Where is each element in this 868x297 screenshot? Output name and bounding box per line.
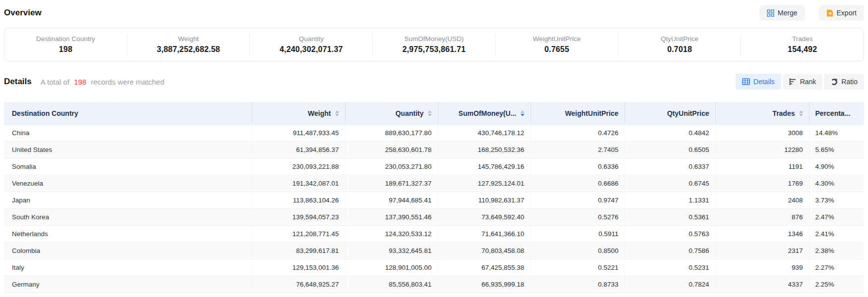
tab-details-label: Details bbox=[753, 78, 775, 86]
data-cell-trades: 2408 bbox=[715, 192, 809, 209]
country-cell: Germany bbox=[4, 276, 252, 293]
stat-qtyunitprice: QtyUnitPrice0.7018 bbox=[619, 33, 742, 56]
data-cell-percenta: 2.47% bbox=[809, 209, 864, 226]
details-table: Destination CountryWeightQuantitySumOfMo… bbox=[4, 102, 864, 293]
data-cell-weight: 61,394,856.37 bbox=[252, 142, 345, 158]
data-cell-weight: 121,208,771.45 bbox=[252, 226, 345, 243]
data-cell-quantity: 137,390,551.46 bbox=[345, 209, 438, 226]
data-cell-percenta: 2.25% bbox=[809, 276, 864, 293]
details-title: Details bbox=[4, 77, 32, 87]
column-label: Percenta... bbox=[815, 109, 851, 117]
data-cell-weightunitprice: 0.8733 bbox=[530, 276, 625, 293]
data-cell-qtyunitprice: 0.5361 bbox=[625, 209, 715, 226]
stat-value: 2,975,753,861.71 bbox=[403, 45, 466, 54]
data-cell-trades: 1769 bbox=[715, 175, 809, 192]
data-cell-trades: 1346 bbox=[715, 226, 809, 243]
data-cell-percenta: 4.30% bbox=[809, 175, 864, 192]
column-header-weightunitprice: WeightUnitPrice bbox=[530, 102, 625, 125]
export-button[interactable]: Export bbox=[819, 5, 864, 21]
column-label: QtyUnitPrice bbox=[667, 109, 709, 117]
tab-rank-label: Rank bbox=[800, 78, 816, 86]
data-cell-sumofmoney-u: 110,982,631.37 bbox=[438, 192, 530, 209]
view-switcher: Details Rank Ratio bbox=[736, 74, 864, 90]
table-row-venezuela: Venezuela191,342,087.01189,671,327.37127… bbox=[4, 175, 864, 192]
data-cell-trades: 3008 bbox=[715, 125, 809, 142]
stat-value: 198 bbox=[59, 45, 72, 54]
column-label: SumOfMoney(U... bbox=[459, 109, 517, 117]
tab-ratio-label: Ratio bbox=[841, 78, 858, 86]
sort-carets-icon bbox=[428, 110, 432, 116]
data-cell-quantity: 93,332,645.81 bbox=[345, 243, 438, 259]
details-header-bar: Details A total of 198 records were matc… bbox=[4, 73, 864, 90]
data-cell-weightunitprice: 0.8500 bbox=[530, 243, 625, 259]
overview-title: Overview bbox=[4, 8, 42, 18]
data-cell-qtyunitprice: 1.1331 bbox=[625, 192, 715, 209]
country-cell: China bbox=[4, 125, 252, 142]
column-header-weight[interactable]: Weight bbox=[252, 102, 345, 125]
data-cell-weightunitprice: 0.6336 bbox=[530, 158, 625, 175]
export-button-label: Export bbox=[837, 9, 857, 17]
table-grid-icon bbox=[742, 78, 750, 85]
table-row-netherlands: Netherlands121,208,771.45124,320,533.127… bbox=[4, 226, 864, 243]
data-cell-qtyunitprice: 0.6745 bbox=[625, 175, 715, 192]
table-row-italy: Italy129,153,001.36128,901,005.0067,425,… bbox=[4, 259, 864, 276]
data-cell-qtyunitprice: 0.6337 bbox=[625, 158, 715, 175]
data-cell-percenta: 4.90% bbox=[809, 158, 864, 175]
merge-button[interactable]: Merge bbox=[759, 5, 805, 21]
data-cell-weightunitprice: 0.5911 bbox=[530, 226, 625, 243]
stat-weightunitprice: WeightUnitPrice0.7655 bbox=[496, 33, 619, 56]
data-cell-qtyunitprice: 0.5763 bbox=[625, 226, 715, 243]
data-cell-sumofmoney-u: 127,925,124.01 bbox=[438, 175, 530, 192]
data-cell-trades: 939 bbox=[715, 259, 809, 276]
stat-weight: Weight3,887,252,682.58 bbox=[127, 33, 250, 56]
column-header-trades[interactable]: Trades bbox=[715, 102, 809, 125]
tab-ratio[interactable]: Ratio bbox=[824, 74, 864, 90]
data-cell-percenta: 2.27% bbox=[809, 259, 864, 276]
data-cell-trades: 2317 bbox=[715, 243, 809, 259]
data-cell-weight: 911,487,933.45 bbox=[252, 125, 345, 142]
stat-label: Weight bbox=[178, 35, 199, 43]
stat-sumofmoney-usd: SumOfMoney(USD)2,975,753,861.71 bbox=[373, 33, 496, 56]
country-cell: Japan bbox=[4, 192, 252, 209]
column-header-qtyunitprice: QtyUnitPrice bbox=[625, 102, 715, 125]
table-row-colombia: Colombia83,299,617.8193,332,645.8170,803… bbox=[4, 243, 864, 259]
data-cell-quantity: 258,630,601.78 bbox=[345, 142, 438, 158]
data-cell-weight: 191,342,087.01 bbox=[252, 175, 345, 192]
column-label: Weight bbox=[308, 109, 331, 117]
data-cell-trades: 4337 bbox=[715, 276, 809, 293]
sort-carets-icon bbox=[521, 110, 524, 116]
summary-suffix: records were matched bbox=[91, 78, 164, 86]
stat-trades: Trades154,492 bbox=[741, 33, 864, 56]
stat-value: 4,240,302,071.37 bbox=[280, 45, 343, 54]
stat-label: Destination Country bbox=[36, 35, 95, 43]
data-cell-weightunitprice: 2.7405 bbox=[530, 142, 625, 158]
data-cell-weight: 113,863,104.26 bbox=[252, 192, 345, 209]
data-cell-trades: 1191 bbox=[715, 158, 809, 175]
data-cell-weightunitprice: 0.5221 bbox=[530, 259, 625, 276]
tab-details[interactable]: Details bbox=[736, 74, 781, 90]
column-header-quantity[interactable]: Quantity bbox=[345, 102, 438, 125]
pie-chart-icon bbox=[830, 78, 838, 86]
data-cell-sumofmoney-u: 66,935,999.18 bbox=[438, 276, 530, 293]
stat-label: SumOfMoney(USD) bbox=[405, 35, 464, 43]
data-cell-quantity: 128,901,005.00 bbox=[345, 259, 438, 276]
table-row-south-korea: South Korea139,594,057.23137,390,551.467… bbox=[4, 209, 864, 226]
record-count: 198 bbox=[74, 78, 86, 86]
overview-actions: Merge Export bbox=[759, 5, 864, 21]
column-label: Destination Country bbox=[12, 109, 78, 117]
ranking-bars-icon bbox=[789, 78, 797, 85]
country-cell: Somalia bbox=[4, 158, 252, 175]
stat-label: QtyUnitPrice bbox=[661, 35, 698, 43]
summary-prefix: A total of bbox=[41, 78, 69, 86]
data-cell-weight: 129,153,001.36 bbox=[252, 259, 345, 276]
tab-rank[interactable]: Rank bbox=[783, 74, 823, 90]
column-header-sumofmoney-u[interactable]: SumOfMoney(U... bbox=[438, 102, 530, 125]
data-cell-weight: 139,594,057.23 bbox=[252, 209, 345, 226]
stat-value: 0.7655 bbox=[544, 45, 569, 54]
merge-button-label: Merge bbox=[778, 9, 798, 17]
data-cell-sumofmoney-u: 70,803,458.08 bbox=[438, 243, 530, 259]
data-cell-sumofmoney-u: 73,649,592.40 bbox=[438, 209, 530, 226]
country-cell: Netherlands bbox=[4, 226, 252, 243]
match-summary: A total of 198 records were matched bbox=[41, 78, 165, 86]
data-cell-percenta: 14.48% bbox=[809, 125, 864, 142]
